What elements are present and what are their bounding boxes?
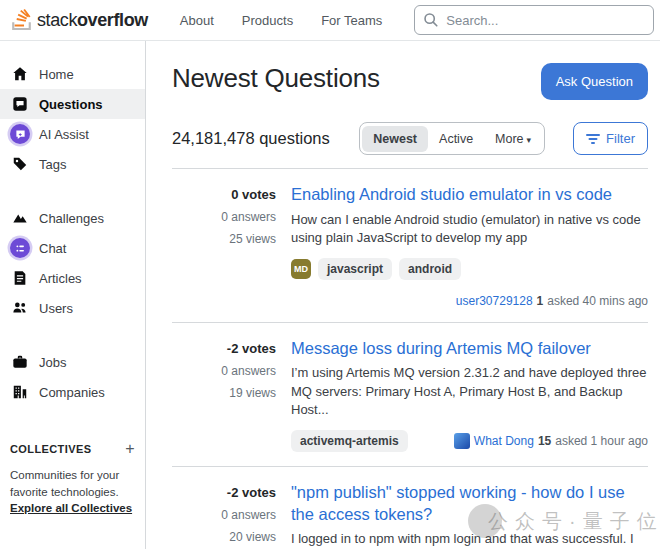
question-stats: 0 votes 0 answers 25 views — [172, 184, 276, 308]
tag-android[interactable]: android — [399, 258, 461, 280]
question-attribution: user30729128 1 asked 40 mins ago — [291, 294, 648, 308]
add-collective-button[interactable]: + — [125, 441, 135, 457]
top-nav-links: About Products For Teams — [170, 7, 392, 34]
stackoverflow-wordmark: stackoverflow — [37, 10, 148, 31]
collectives-header: COLLECTIVES — [10, 443, 91, 455]
explore-collectives-link[interactable]: Explore all Collectives — [10, 502, 132, 514]
sidebar-item-label: Companies — [39, 385, 105, 400]
sidebar-item-label: AI Assist — [39, 127, 89, 142]
top-navigation-bar: stackoverflow About Products For Teams — [0, 0, 660, 41]
home-icon — [10, 64, 30, 84]
nav-about[interactable]: About — [170, 7, 224, 34]
questions-icon — [10, 94, 30, 114]
question-answers: 0 answers — [172, 364, 276, 378]
sidebar-item-companies[interactable]: Companies — [0, 377, 145, 407]
question-votes: -2 votes — [172, 485, 276, 500]
tag-icon — [10, 154, 30, 174]
question-list: 0 votes 0 answers 25 views Enabling Andr… — [172, 168, 648, 549]
question-views: 19 views — [172, 386, 276, 400]
briefcase-icon — [10, 352, 30, 372]
question-votes: -2 votes — [172, 341, 276, 356]
sidebar-item-questions[interactable]: Questions — [0, 89, 145, 119]
sidebar-item-jobs[interactable]: Jobs — [0, 347, 145, 377]
chevron-down-icon: ▾ — [527, 135, 532, 145]
user-avatar[interactable] — [454, 433, 470, 449]
ask-question-button[interactable]: Ask Question — [541, 63, 648, 100]
sidebar-item-label: Home — [39, 67, 74, 82]
filter-icon — [586, 133, 600, 145]
sort-tab-newest[interactable]: Newest — [362, 126, 428, 152]
question-votes: 0 votes — [172, 187, 276, 202]
stackoverflow-logo-icon — [10, 7, 33, 33]
question-row: -2 votes 0 answers 19 views Message loss… — [172, 323, 648, 467]
sidebar-item-challenges[interactable]: Challenges — [0, 203, 145, 233]
ai-assist-icon — [10, 124, 30, 144]
sidebar-item-label: Jobs — [39, 355, 66, 370]
question-count: 24,181,478 questions — [172, 129, 359, 148]
sidebar-item-label: Challenges — [39, 211, 104, 226]
tag-activemq-artemis[interactable]: activemq-artemis — [291, 430, 408, 452]
search-box[interactable] — [414, 5, 654, 35]
question-row: 0 votes 0 answers 25 views Enabling Andr… — [172, 169, 648, 323]
question-stats: -2 votes 0 answers 19 views — [172, 338, 276, 452]
user-link[interactable]: What Dong — [474, 434, 534, 448]
question-excerpt: I’m using Artemis MQ version 2.31.2 and … — [291, 364, 648, 419]
sidebar-item-ai-assist[interactable]: AI Assist — [0, 119, 145, 149]
sidebar-item-label: Chat — [39, 241, 66, 256]
user-reputation: 1 — [537, 294, 544, 308]
question-title-link[interactable]: "npm publish" stopped working - how do I… — [291, 482, 648, 526]
question-tags: MD javascript android — [291, 258, 461, 280]
chat-icon — [10, 238, 30, 258]
user-link[interactable]: user30729128 — [456, 294, 533, 308]
question-excerpt: I logged in to npm with npm login and th… — [291, 530, 648, 549]
stackoverflow-logo[interactable]: stackoverflow — [8, 3, 156, 37]
collectives-description: Communities for your favorite technologi… — [10, 469, 119, 498]
left-sidebar: Home Questions AI Assist Tags — [0, 41, 146, 549]
main-content: Newest Questions Ask Question 24,181,478… — [146, 41, 660, 549]
question-views: 25 views — [172, 232, 276, 246]
sidebar-item-chat[interactable]: Chat — [0, 233, 145, 263]
question-excerpt: How can I enable Android studio (emulato… — [291, 211, 648, 248]
search-input[interactable] — [446, 13, 645, 28]
stackoverflow-page: stackoverflow About Products For Teams H… — [0, 0, 660, 549]
sidebar-item-label: Tags — [39, 157, 66, 172]
tag-javascript[interactable]: javascript — [318, 258, 392, 280]
page-title: Newest Questions — [172, 63, 380, 94]
sort-tab-more[interactable]: More▾ — [484, 126, 542, 152]
question-views: 20 views — [172, 530, 276, 544]
filter-button[interactable]: Filter — [573, 122, 648, 155]
question-answers: 0 answers — [172, 508, 276, 522]
question-row: -2 votes 0 answers 20 views "npm publish… — [172, 467, 648, 549]
question-title-link[interactable]: Message loss during Artemis MQ failover — [291, 338, 648, 360]
question-attribution: What Dong 15 asked 1 hour ago — [454, 433, 648, 449]
nav-products[interactable]: Products — [232, 7, 303, 34]
search-icon — [423, 12, 439, 28]
sidebar-item-users[interactable]: Users — [0, 293, 145, 323]
sort-tab-active[interactable]: Active — [428, 126, 484, 152]
sidebar-item-home[interactable]: Home — [0, 59, 145, 89]
sidebar-item-tags[interactable]: Tags — [0, 149, 145, 179]
asked-time: asked 1 hour ago — [555, 434, 648, 448]
question-title-link[interactable]: Enabling Android studio emulator in vs c… — [291, 184, 648, 206]
collective-badge[interactable]: MD — [291, 259, 311, 279]
question-answers: 0 answers — [172, 210, 276, 224]
sidebar-item-label: Questions — [39, 97, 103, 112]
sidebar-item-label: Articles — [39, 271, 82, 286]
sidebar-item-articles[interactable]: Articles — [0, 263, 145, 293]
question-stats: -2 votes 0 answers 20 views — [172, 482, 276, 549]
users-icon — [10, 298, 30, 318]
challenges-icon — [10, 208, 30, 228]
building-icon — [10, 382, 30, 402]
user-reputation: 15 — [538, 434, 551, 448]
articles-icon — [10, 268, 30, 288]
nav-for-teams[interactable]: For Teams — [311, 7, 392, 34]
sort-button-group: Newest Active More▾ — [359, 122, 545, 155]
asked-time: asked 40 mins ago — [547, 294, 648, 308]
collectives-section: COLLECTIVES + Communities for your favor… — [0, 441, 145, 517]
question-tags: activemq-artemis — [291, 430, 408, 452]
sidebar-item-label: Users — [39, 301, 73, 316]
